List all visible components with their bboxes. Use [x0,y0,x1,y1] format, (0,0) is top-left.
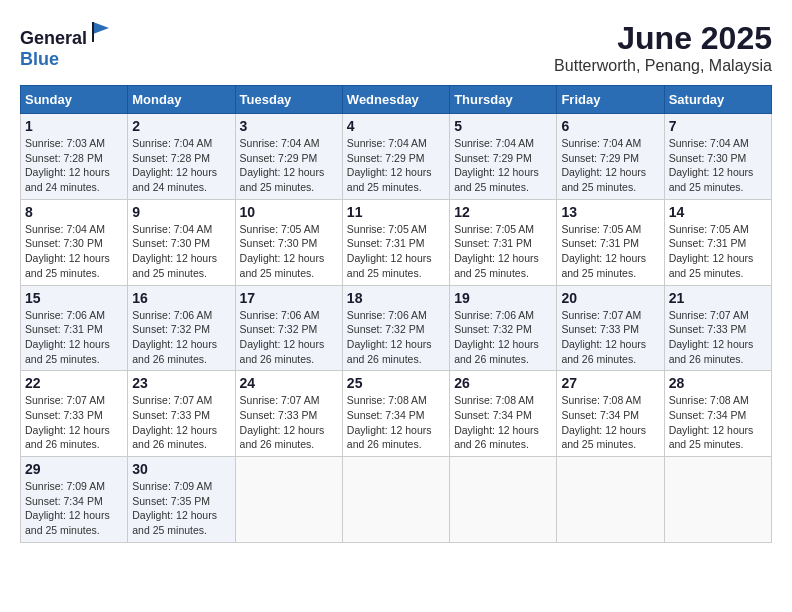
day-cell [235,457,342,543]
day-cell: 14 Sunrise: 7:05 AM Sunset: 7:31 PM Dayl… [664,199,771,285]
day-info: Sunrise: 7:09 AM Sunset: 7:34 PM Dayligh… [25,479,123,538]
sunrise-label: Sunrise: 7:08 AM [347,394,427,406]
sunset-label: Sunset: 7:35 PM [132,495,210,507]
daylight-minutes: and 26 minutes. [561,353,636,365]
sunrise-label: Sunrise: 7:04 AM [561,137,641,149]
daylight-minutes: and 26 minutes. [669,353,744,365]
sunrise-label: Sunrise: 7:07 AM [25,394,105,406]
day-number: 13 [561,204,659,220]
sunrise-label: Sunrise: 7:06 AM [132,309,212,321]
day-number: 30 [132,461,230,477]
sunset-label: Sunset: 7:34 PM [669,409,747,421]
day-info: Sunrise: 7:06 AM Sunset: 7:32 PM Dayligh… [347,308,445,367]
daylight-label: Daylight: 12 hours [132,509,217,521]
sunset-label: Sunset: 7:28 PM [25,152,103,164]
page-header: General Blue June 2025 Butterworth, Pena… [20,20,772,75]
day-info: Sunrise: 7:04 AM Sunset: 7:29 PM Dayligh… [347,136,445,195]
daylight-label: Daylight: 12 hours [240,252,325,264]
day-number: 22 [25,375,123,391]
day-cell: 23 Sunrise: 7:07 AM Sunset: 7:33 PM Dayl… [128,371,235,457]
day-cell: 15 Sunrise: 7:06 AM Sunset: 7:31 PM Dayl… [21,285,128,371]
day-number: 28 [669,375,767,391]
header-cell-monday: Monday [128,86,235,114]
daylight-label: Daylight: 12 hours [132,338,217,350]
day-info: Sunrise: 7:07 AM Sunset: 7:33 PM Dayligh… [25,393,123,452]
daylight-minutes: and 26 minutes. [347,353,422,365]
day-number: 15 [25,290,123,306]
daylight-minutes: and 25 minutes. [561,181,636,193]
sunset-label: Sunset: 7:31 PM [561,237,639,249]
day-cell: 18 Sunrise: 7:06 AM Sunset: 7:32 PM Dayl… [342,285,449,371]
daylight-minutes: and 25 minutes. [347,181,422,193]
daylight-minutes: and 25 minutes. [25,353,100,365]
day-number: 21 [669,290,767,306]
daylight-label: Daylight: 12 hours [347,338,432,350]
day-info: Sunrise: 7:06 AM Sunset: 7:32 PM Dayligh… [454,308,552,367]
sunrise-label: Sunrise: 7:04 AM [132,223,212,235]
daylight-label: Daylight: 12 hours [669,424,754,436]
day-number: 14 [669,204,767,220]
day-number: 20 [561,290,659,306]
sunrise-label: Sunrise: 7:04 AM [454,137,534,149]
day-info: Sunrise: 7:04 AM Sunset: 7:30 PM Dayligh… [132,222,230,281]
day-cell [342,457,449,543]
day-number: 17 [240,290,338,306]
sunset-label: Sunset: 7:33 PM [132,409,210,421]
daylight-minutes: and 25 minutes. [454,267,529,279]
sunrise-label: Sunrise: 7:04 AM [25,223,105,235]
daylight-label: Daylight: 12 hours [561,252,646,264]
daylight-minutes: and 25 minutes. [347,267,422,279]
day-cell: 20 Sunrise: 7:07 AM Sunset: 7:33 PM Dayl… [557,285,664,371]
daylight-minutes: and 25 minutes. [454,181,529,193]
daylight-label: Daylight: 12 hours [561,166,646,178]
daylight-label: Daylight: 12 hours [25,252,110,264]
sunset-label: Sunset: 7:30 PM [25,237,103,249]
logo-text-general: General [20,28,87,48]
day-cell: 22 Sunrise: 7:07 AM Sunset: 7:33 PM Dayl… [21,371,128,457]
title-area: June 2025 Butterworth, Penang, Malaysia [554,20,772,75]
sunset-label: Sunset: 7:33 PM [25,409,103,421]
daylight-label: Daylight: 12 hours [25,509,110,521]
day-cell: 13 Sunrise: 7:05 AM Sunset: 7:31 PM Dayl… [557,199,664,285]
logo: General Blue [20,20,113,70]
day-info: Sunrise: 7:08 AM Sunset: 7:34 PM Dayligh… [669,393,767,452]
sunset-label: Sunset: 7:32 PM [240,323,318,335]
day-cell: 17 Sunrise: 7:06 AM Sunset: 7:32 PM Dayl… [235,285,342,371]
day-info: Sunrise: 7:04 AM Sunset: 7:29 PM Dayligh… [240,136,338,195]
day-info: Sunrise: 7:08 AM Sunset: 7:34 PM Dayligh… [347,393,445,452]
sunset-label: Sunset: 7:33 PM [669,323,747,335]
daylight-minutes: and 25 minutes. [240,181,315,193]
daylight-label: Daylight: 12 hours [240,424,325,436]
day-cell [664,457,771,543]
svg-marker-0 [93,22,109,34]
daylight-minutes: and 25 minutes. [25,267,100,279]
day-number: 3 [240,118,338,134]
day-cell: 26 Sunrise: 7:08 AM Sunset: 7:34 PM Dayl… [450,371,557,457]
day-number: 12 [454,204,552,220]
day-number: 29 [25,461,123,477]
week-row-5: 29 Sunrise: 7:09 AM Sunset: 7:34 PM Dayl… [21,457,772,543]
day-info: Sunrise: 7:04 AM Sunset: 7:28 PM Dayligh… [132,136,230,195]
day-info: Sunrise: 7:03 AM Sunset: 7:28 PM Dayligh… [25,136,123,195]
day-cell: 21 Sunrise: 7:07 AM Sunset: 7:33 PM Dayl… [664,285,771,371]
sunset-label: Sunset: 7:32 PM [347,323,425,335]
day-number: 25 [347,375,445,391]
sunset-label: Sunset: 7:30 PM [132,237,210,249]
day-cell: 19 Sunrise: 7:06 AM Sunset: 7:32 PM Dayl… [450,285,557,371]
day-cell: 1 Sunrise: 7:03 AM Sunset: 7:28 PM Dayli… [21,114,128,200]
daylight-label: Daylight: 12 hours [561,424,646,436]
sunrise-label: Sunrise: 7:04 AM [347,137,427,149]
day-cell: 7 Sunrise: 7:04 AM Sunset: 7:30 PM Dayli… [664,114,771,200]
daylight-label: Daylight: 12 hours [347,252,432,264]
daylight-minutes: and 26 minutes. [25,438,100,450]
day-number: 9 [132,204,230,220]
header-cell-thursday: Thursday [450,86,557,114]
day-number: 23 [132,375,230,391]
header-row: SundayMondayTuesdayWednesdayThursdayFrid… [21,86,772,114]
sunrise-label: Sunrise: 7:04 AM [669,137,749,149]
daylight-label: Daylight: 12 hours [132,252,217,264]
daylight-label: Daylight: 12 hours [25,166,110,178]
sunrise-label: Sunrise: 7:04 AM [132,137,212,149]
daylight-minutes: and 26 minutes. [347,438,422,450]
daylight-label: Daylight: 12 hours [25,338,110,350]
